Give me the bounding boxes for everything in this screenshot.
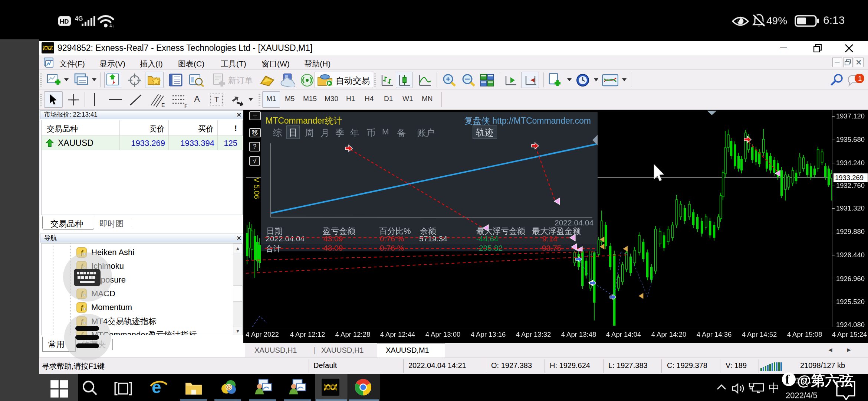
svg-text:HD: HD: [60, 18, 69, 25]
svg-text:F: F: [184, 103, 188, 108]
svg-text:E: E: [161, 102, 165, 108]
svg-text:4↓: 4↓: [109, 23, 114, 28]
svg-text:4G: 4G: [75, 16, 83, 22]
svg-text:1: 1: [858, 75, 862, 82]
